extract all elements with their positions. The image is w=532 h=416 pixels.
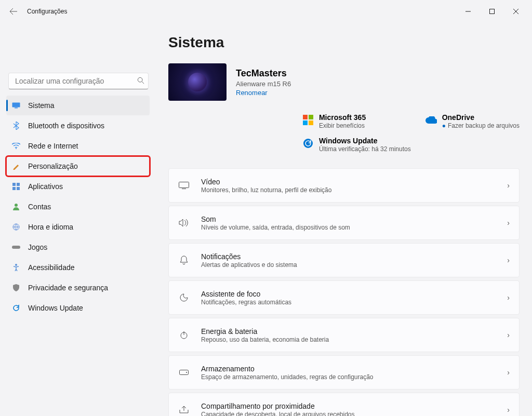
chevron-right-icon: › <box>507 368 510 377</box>
setting-desc: Monitores, brilho, luz noturna, perfil d… <box>201 186 507 194</box>
wallpaper-preview[interactable] <box>168 63 227 101</box>
chevron-right-icon: › <box>507 293 510 302</box>
sidebar-item-sistema[interactable]: Sistema <box>6 96 150 115</box>
svg-rect-10 <box>17 187 20 190</box>
apps-icon <box>11 182 21 191</box>
sidebar-item-label: Bluetooth e dispositivos <box>28 122 104 130</box>
paint-icon <box>11 162 21 171</box>
bell-icon <box>178 256 190 265</box>
svg-rect-5 <box>15 108 18 109</box>
setting-assistente-foco[interactable]: Assistente de focoNotificações, regras a… <box>168 280 520 315</box>
sidebar-item-rede[interactable]: Rede e Internet <box>6 136 150 156</box>
sidebar-item-label: Rede e Internet <box>28 142 78 150</box>
sidebar-item-hora[interactable]: Hora e idioma <box>6 217 150 237</box>
page-title: Sistema <box>168 34 520 51</box>
back-button[interactable] <box>4 2 23 21</box>
chevron-right-icon: › <box>507 256 510 264</box>
sidebar-item-aplicativos[interactable]: Aplicativos <box>6 177 150 196</box>
svg-point-21 <box>186 372 187 373</box>
setting-notificacoes[interactable]: NotificaçõesAlertas de aplicativos e do … <box>168 243 520 277</box>
ms365-title: Microsoft 365 <box>319 113 366 122</box>
sidebar-item-acessibilidade[interactable]: Acessibilidade <box>6 258 150 277</box>
setting-title: Vídeo <box>201 178 507 186</box>
chevron-right-icon: › <box>507 181 510 190</box>
sidebar-item-label: Hora e idioma <box>28 223 73 231</box>
back-arrow-icon <box>9 7 18 16</box>
close-button[interactable] <box>504 3 528 20</box>
svg-rect-7 <box>12 183 16 186</box>
chevron-right-icon: › <box>507 406 510 414</box>
setting-title: Compartilhamento por proximidade <box>201 402 507 410</box>
svg-point-14 <box>15 264 17 266</box>
windows-update-link[interactable]: Windows Update Última verificação: há 32… <box>302 137 411 153</box>
wifi-icon <box>11 141 21 151</box>
svg-rect-16 <box>179 182 189 188</box>
sidebar-item-jogos[interactable]: Jogos <box>6 237 150 257</box>
maximize-icon <box>489 9 495 14</box>
moon-icon <box>178 293 190 302</box>
setting-desc: Níveis de volume, saída, entrada, dispos… <box>201 224 507 231</box>
setting-title: Notificações <box>201 252 507 261</box>
sidebar-item-contas[interactable]: Contas <box>6 197 150 217</box>
device-model: Alienware m15 R6 <box>236 80 291 88</box>
setting-desc: Notificações, regras automáticas <box>201 299 507 306</box>
chevron-right-icon: › <box>507 219 510 227</box>
accessibility-icon <box>11 263 21 272</box>
maximize-button[interactable] <box>480 3 504 20</box>
sidebar-item-personalizacao[interactable]: Personalização <box>6 156 150 176</box>
svg-point-6 <box>16 148 17 149</box>
setting-video[interactable]: VídeoMonitores, brilho, luz noturna, per… <box>168 168 520 203</box>
onedrive-title: OneDrive <box>442 113 520 122</box>
gamepad-icon <box>11 243 21 252</box>
device-name: TecMasters <box>236 68 291 79</box>
ms365-subtitle: Exibir benefícios <box>319 122 366 129</box>
wu-title: Windows Update <box>319 137 411 145</box>
svg-rect-4 <box>12 103 20 108</box>
svg-point-2 <box>138 77 142 82</box>
sidebar-item-bluetooth[interactable]: Bluetooth e dispositivos <box>6 116 150 136</box>
onedrive-link[interactable]: OneDrive ●Fazer backup de arquivos <box>425 113 520 129</box>
microsoft-365-link[interactable]: Microsoft 365 Exibir benefícios <box>302 113 411 129</box>
power-icon <box>178 331 190 339</box>
setting-compartilhamento[interactable]: Compartilhamento por proximidadeCapacida… <box>168 393 520 416</box>
setting-title: Armazenamento <box>201 365 507 373</box>
window-title: Configurações <box>27 8 67 15</box>
microsoft-logo-icon <box>302 114 314 126</box>
chevron-right-icon: › <box>507 331 510 339</box>
system-icon <box>11 101 21 110</box>
setting-energia[interactable]: Energia & bateriaRepouso, uso da bateria… <box>168 318 520 352</box>
sound-icon <box>178 219 190 227</box>
svg-rect-9 <box>12 187 16 190</box>
update-icon <box>11 303 21 313</box>
sidebar-item-label: Jogos <box>28 243 47 251</box>
svg-rect-1 <box>490 9 495 14</box>
sidebar-item-label: Privacidade e segurança <box>28 284 108 292</box>
onedrive-subtitle: ●Fazer backup de arquivos <box>442 122 520 129</box>
sidebar-item-label: Aplicativos <box>28 182 63 191</box>
svg-rect-13 <box>12 246 20 249</box>
search-input[interactable] <box>8 73 149 89</box>
search-icon <box>137 77 144 84</box>
svg-rect-8 <box>17 183 20 186</box>
display-icon <box>178 182 190 189</box>
setting-armazenamento[interactable]: ArmazenamentoEspaço de armazenamento, un… <box>168 355 520 390</box>
setting-desc: Repouso, uso da bateria, economia de bat… <box>201 336 507 343</box>
setting-desc: Alertas de aplicativos e do sistema <box>201 261 507 269</box>
setting-title: Assistente de foco <box>201 290 507 298</box>
sidebar-item-label: Acessibilidade <box>28 263 75 272</box>
minimize-button[interactable] <box>456 3 480 20</box>
shield-icon <box>11 283 21 292</box>
onedrive-icon <box>425 114 437 126</box>
setting-title: Energia & bateria <box>201 327 507 336</box>
setting-title: Som <box>201 215 507 223</box>
windows-update-icon <box>302 138 314 149</box>
rename-link[interactable]: Renomear <box>236 89 291 97</box>
sidebar-item-label: Contas <box>28 203 51 211</box>
setting-som[interactable]: SomNíveis de volume, saída, entrada, dis… <box>168 206 520 240</box>
sidebar-item-label: Personalização <box>28 162 78 170</box>
storage-icon <box>178 370 190 375</box>
sidebar-item-windows-update[interactable]: Windows Update <box>6 298 150 318</box>
sidebar-item-privacidade[interactable]: Privacidade e segurança <box>6 278 150 298</box>
person-icon <box>11 202 21 211</box>
sidebar-item-label: Windows Update <box>28 304 83 312</box>
